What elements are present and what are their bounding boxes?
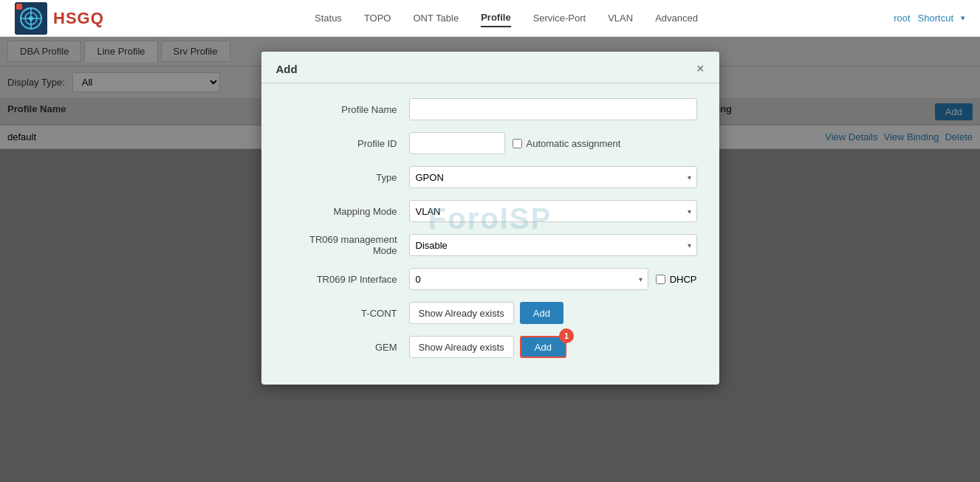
- mapping-mode-row: Mapping Mode VLAN ▾: [284, 200, 697, 222]
- modal-header: Add ×: [261, 52, 719, 83]
- tr069-mode-select[interactable]: Disable: [409, 234, 697, 256]
- logo-icon: [15, 2, 47, 35]
- svg-point-5: [29, 16, 33, 21]
- profile-name-input[interactable]: [409, 98, 697, 120]
- profile-name-label: Profile Name: [284, 104, 409, 115]
- page-background: DBA Profile Line Profile Srv Profile Dis…: [0, 37, 980, 482]
- nav-links: Status TOPO ONT Table Profile Service-Po…: [148, 9, 864, 27]
- nav-service-port[interactable]: Service-Port: [533, 10, 586, 27]
- nav-user: root: [894, 13, 910, 24]
- tr069-ip-label: TR069 IP Interface: [284, 274, 409, 285]
- nav-ont-table[interactable]: ONT Table: [413, 10, 459, 27]
- tr069-mode-label: TR069 management Mode: [284, 234, 409, 256]
- tr069-ip-row: TR069 IP Interface 0 ▾ DHCP: [284, 268, 697, 290]
- tr069-mode-select-wrapper: Disable ▾: [409, 234, 697, 256]
- gem-label: GEM: [284, 342, 409, 353]
- gem-controls: Show Already exists Add 1: [409, 336, 566, 358]
- tcont-row: T-CONT Show Already exists Add: [284, 302, 697, 324]
- shortcut-dropdown-icon[interactable]: ▾: [961, 13, 965, 23]
- logo-text: HSGQ: [53, 9, 104, 28]
- profile-id-group: Automatic assignment: [409, 132, 697, 154]
- modal-overlay: Add × Profile Name Profile ID: [0, 37, 980, 482]
- modal-title: Add: [276, 63, 298, 75]
- add-modal: Add × Profile Name Profile ID: [261, 52, 719, 385]
- gem-add-wrapper: Add 1: [520, 336, 566, 358]
- dhcp-group: DHCP: [656, 274, 697, 285]
- svg-rect-6: [16, 4, 22, 10]
- tcont-label: T-CONT: [284, 308, 409, 319]
- tr069-ip-select-wrapper: 0 ▾: [409, 268, 648, 290]
- automatic-assignment-label: Automatic assignment: [527, 138, 621, 149]
- modal-body: Profile Name Profile ID Automatic assign…: [261, 83, 719, 385]
- mapping-mode-select[interactable]: VLAN: [409, 200, 697, 222]
- nav-status[interactable]: Status: [315, 10, 342, 27]
- nav-profile[interactable]: Profile: [481, 9, 510, 27]
- nav-vlan[interactable]: VLAN: [608, 10, 633, 27]
- tr069-mode-row: TR069 management Mode Disable ▾: [284, 234, 697, 256]
- top-navigation: HSGQ Status TOPO ONT Table Profile Servi…: [0, 0, 980, 37]
- gem-row: GEM Show Already exists Add 1: [284, 336, 697, 358]
- logo-area: HSGQ: [15, 2, 104, 35]
- profile-id-input[interactable]: [409, 132, 505, 154]
- profile-name-row: Profile Name: [284, 98, 697, 120]
- profile-id-row: Profile ID Automatic assignment: [284, 132, 697, 154]
- tcont-add-button[interactable]: Add: [520, 302, 563, 324]
- tcont-show-exists-button[interactable]: Show Already exists: [409, 302, 514, 324]
- dhcp-label: DHCP: [670, 274, 697, 285]
- profile-id-label: Profile ID: [284, 138, 409, 149]
- tcont-controls: Show Already exists Add: [409, 302, 563, 324]
- type-label: Type: [284, 172, 409, 183]
- automatic-assignment-group: Automatic assignment: [513, 138, 621, 149]
- dhcp-checkbox[interactable]: [656, 275, 665, 284]
- type-select[interactable]: GPON: [409, 166, 697, 188]
- nav-advanced[interactable]: Advanced: [655, 10, 698, 27]
- modal-close-button[interactable]: ×: [696, 62, 705, 75]
- nav-right: root Shortcut ▾: [894, 13, 965, 24]
- gem-show-exists-button[interactable]: Show Already exists: [409, 336, 514, 358]
- automatic-assignment-checkbox[interactable]: [513, 139, 522, 148]
- tr069-ip-select[interactable]: 0: [409, 268, 648, 290]
- mapping-mode-select-wrapper: VLAN ▾: [409, 200, 697, 222]
- nav-shortcut[interactable]: Shortcut: [918, 13, 953, 24]
- type-row: Type GPON ▾: [284, 166, 697, 188]
- gem-add-badge: 1: [559, 328, 574, 343]
- mapping-mode-label: Mapping Mode: [284, 206, 409, 217]
- nav-topo[interactable]: TOPO: [364, 10, 391, 27]
- type-select-wrapper: GPON ▾: [409, 166, 697, 188]
